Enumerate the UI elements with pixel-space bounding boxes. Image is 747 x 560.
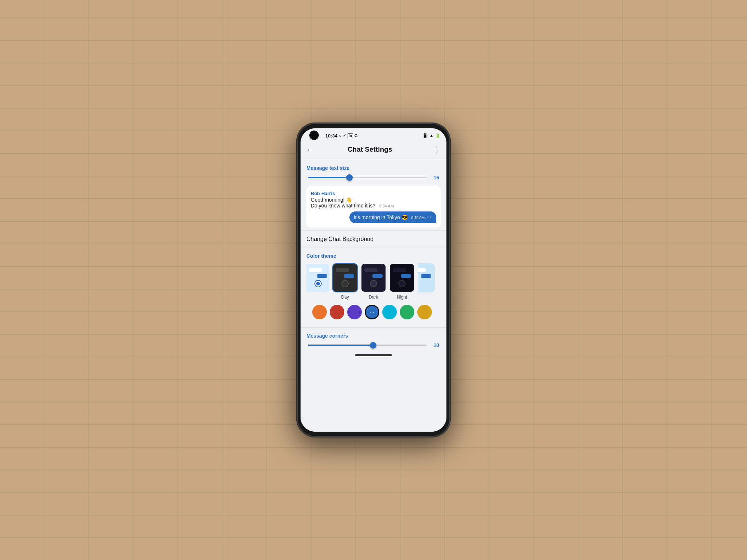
color-theme-section: Color theme bbox=[301, 248, 446, 327]
text-size-slider-thumb[interactable] bbox=[346, 174, 353, 181]
chat-preview: Bob Harris Good morning! 👋 Do you know w… bbox=[306, 186, 441, 228]
theme-option-classic-partial[interactable] bbox=[306, 263, 329, 300]
corners-value: 10 bbox=[430, 342, 439, 348]
message-text-size-label: Message text size bbox=[306, 165, 441, 171]
corners-slider-row: 10 bbox=[306, 342, 441, 348]
color-dot-cyan[interactable] bbox=[382, 305, 397, 319]
read-check-icon: ✓✓ bbox=[426, 216, 432, 220]
chat-msg1: Good morning! 👋 bbox=[311, 197, 436, 203]
color-dot-gold[interactable] bbox=[417, 305, 432, 319]
status-bar: 10:34 ○ ✓ in G 📳 ▲ 🔋 bbox=[301, 128, 446, 141]
hand-scene: 10:34 ○ ✓ in G 📳 ▲ 🔋 ← Chat Settings ⋮ bbox=[209, 79, 538, 481]
sent-time: 9:49 AM bbox=[411, 216, 425, 220]
theme-option-night[interactable]: Night bbox=[389, 263, 415, 300]
sent-message-row: It's morning in Tokyo 😎 9:49 AM ✓✓ bbox=[311, 211, 436, 223]
home-indicator bbox=[355, 354, 392, 356]
battery-icon: 🔋 bbox=[435, 133, 441, 138]
change-chat-background[interactable]: Change Chat Background bbox=[301, 230, 446, 248]
content-area: Message text size 16 Bob Harris Good mor… bbox=[301, 159, 446, 432]
more-options-button[interactable]: ⋮ bbox=[432, 144, 442, 155]
corners-slider-track[interactable] bbox=[308, 345, 427, 346]
color-theme-label: Color theme bbox=[306, 253, 441, 259]
color-dot-red[interactable] bbox=[330, 305, 344, 319]
phone: 10:34 ○ ✓ in G 📳 ▲ 🔋 ← Chat Settings ⋮ bbox=[297, 123, 450, 437]
text-size-slider-track[interactable] bbox=[308, 177, 427, 178]
theme-option-day[interactable]: Day bbox=[332, 263, 358, 300]
received-message: Bob Harris Good morning! 👋 Do you know w… bbox=[311, 191, 436, 209]
status-icon-linkedin: in bbox=[348, 133, 353, 138]
status-icon-check: ✓ bbox=[343, 133, 346, 138]
vibrate-icon: 📳 bbox=[422, 133, 428, 138]
text-size-slider-fill bbox=[308, 177, 349, 178]
status-icon-circle: ○ bbox=[339, 133, 341, 138]
theme-day-label: Day bbox=[341, 295, 349, 300]
change-bg-label: Change Chat Background bbox=[306, 236, 374, 242]
theme-options-list: Day Dark bbox=[306, 263, 441, 301]
color-dot-blue-selected[interactable]: ··· bbox=[365, 305, 379, 319]
topbar: ← Chat Settings ⋮ bbox=[301, 141, 446, 159]
color-dot-purple[interactable] bbox=[347, 305, 362, 319]
theme-option-arctic-partial[interactable] bbox=[418, 263, 441, 300]
color-dot-orange[interactable] bbox=[312, 305, 327, 319]
sent-message: It's morning in Tokyo 😎 9:49 AM ✓✓ bbox=[349, 211, 436, 223]
message-corners-section: Message corners 10 bbox=[301, 327, 446, 351]
chat-sender-name: Bob Harris bbox=[311, 191, 436, 196]
text-size-slider-row: 16 bbox=[306, 175, 441, 180]
chat-time1: 9:34 AM bbox=[379, 204, 394, 208]
wifi-icon: ▲ bbox=[429, 133, 434, 138]
corners-slider-fill bbox=[308, 345, 373, 346]
status-time: 10:34 ○ ✓ in G bbox=[325, 133, 357, 139]
theme-dark-label: Dark bbox=[369, 295, 378, 300]
message-text-size-section: Message text size 16 bbox=[301, 159, 446, 183]
status-icons-right: 📳 ▲ 🔋 bbox=[422, 133, 441, 138]
status-icon-g: G bbox=[355, 133, 358, 138]
corners-slider-thumb[interactable] bbox=[370, 342, 376, 349]
chat-msg2-text: Do you know what time it is? bbox=[311, 203, 375, 209]
time-display: 10:34 bbox=[325, 133, 337, 139]
page-title: Chat Settings bbox=[318, 145, 422, 153]
sent-text: It's morning in Tokyo 😎 bbox=[354, 214, 408, 220]
message-corners-label: Message corners bbox=[306, 333, 441, 339]
color-dots-list: ··· bbox=[306, 301, 441, 324]
text-size-value: 16 bbox=[430, 175, 439, 180]
chat-msg2: Do you know what time it is? 9:34 AM bbox=[311, 203, 436, 209]
camera-hole bbox=[310, 131, 318, 139]
color-dot-green[interactable] bbox=[400, 305, 414, 319]
screen: 10:34 ○ ✓ in G 📳 ▲ 🔋 ← Chat Settings ⋮ bbox=[301, 128, 446, 432]
theme-night-label: Night bbox=[397, 295, 407, 300]
selected-dot-icon: ··· bbox=[370, 309, 374, 315]
back-button[interactable]: ← bbox=[305, 144, 315, 155]
theme-option-dark[interactable]: Dark bbox=[361, 263, 386, 300]
